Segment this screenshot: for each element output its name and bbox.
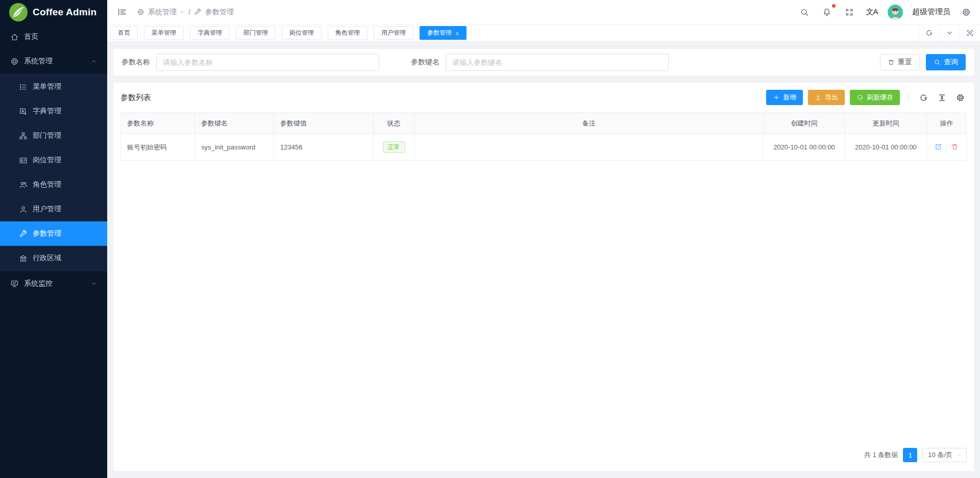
sidebar-item-label: 部门管理 <box>33 131 61 140</box>
bell-icon <box>822 8 831 17</box>
chevron-down-icon <box>946 29 953 37</box>
plus-icon <box>773 94 780 101</box>
refresh-table-button[interactable] <box>917 91 930 104</box>
param-name-input[interactable] <box>156 54 379 71</box>
column-settings-button[interactable] <box>953 91 967 104</box>
sidebar-item-region[interactable]: 行政区域 <box>0 246 107 270</box>
collapse-sidebar-button[interactable] <box>115 6 129 19</box>
main-area: 系统管理 / 参数管理 文A <box>107 0 980 478</box>
sidebar-item-system-mgmt[interactable]: 系统管理 <box>0 49 107 73</box>
tab-dict-mgmt[interactable]: 字典管理 <box>190 26 230 40</box>
tab-label: 参数管理 <box>427 29 452 37</box>
app-root: Coffee Admin 首页 系统管理 菜单管理 字典管理 <box>0 0 980 478</box>
wrench-icon <box>19 230 28 238</box>
col-updated: 更新时间 <box>845 113 927 134</box>
sidebar-item-dept-mgmt[interactable]: 部门管理 <box>0 123 107 148</box>
tabs: 首页 菜单管理 字典管理 部门管理 岗位管理 角色管理 用户管理 参数管理 x <box>107 24 919 41</box>
col-param-value: 参数键值 <box>274 113 374 134</box>
tab-dept-mgmt[interactable]: 部门管理 <box>236 26 276 40</box>
sidebar-item-system-monitor[interactable]: 系统监控 <box>0 271 107 296</box>
query-button[interactable]: 查询 <box>926 54 966 70</box>
refresh-cache-button[interactable]: 刷新缓存 <box>850 90 900 105</box>
sidebar-item-menu-mgmt[interactable]: 菜单管理 <box>0 74 107 99</box>
sidebar-item-label: 角色管理 <box>33 180 61 189</box>
settings-button[interactable] <box>960 6 973 19</box>
tab-options-button[interactable] <box>939 24 960 41</box>
maximize-content-button[interactable] <box>960 24 980 41</box>
app-title: Coffee Admin <box>33 7 96 18</box>
breadcrumb-separator: / <box>188 8 190 16</box>
translate-button[interactable]: 文A <box>865 6 878 19</box>
breadcrumb-system-mgmt[interactable]: 系统管理 <box>148 8 185 17</box>
col-remark: 备注 <box>414 113 764 134</box>
gear-icon <box>956 93 965 102</box>
chevron-down-icon <box>91 281 97 287</box>
col-actions: 操作 <box>927 113 967 134</box>
fullscreen-button[interactable] <box>843 6 856 19</box>
breadcrumb: 系统管理 / 参数管理 <box>137 8 234 17</box>
reset-button[interactable]: 重置 <box>880 54 920 70</box>
reset-label: 重置 <box>898 58 912 67</box>
sidebar-item-param-mgmt[interactable]: 参数管理 <box>0 221 107 246</box>
pagination-total: 共 1 条数据 <box>864 450 898 460</box>
edit-icon <box>935 143 942 150</box>
notifications-button[interactable] <box>820 6 834 19</box>
query-label: 查询 <box>944 58 958 67</box>
tabbar-tools <box>919 24 980 41</box>
avatar[interactable] <box>888 5 903 20</box>
translate-icon: 文A <box>866 7 877 17</box>
add-label: 新增 <box>783 93 796 102</box>
search-form-card: 参数名称 参数键名 重置 查询 <box>113 49 974 76</box>
top-header: 系统管理 / 参数管理 文A <box>107 0 980 24</box>
chevron-down-icon <box>179 9 185 15</box>
col-param-name: 参数名称 <box>121 113 195 134</box>
sidebar-item-label: 系统管理 <box>24 57 53 66</box>
sidebar-item-dict-mgmt[interactable]: 字典管理 <box>0 99 107 123</box>
user-icon <box>19 205 28 214</box>
trash-icon <box>951 143 959 150</box>
cell-param-key: sys_init_password <box>195 134 274 161</box>
tab-label: 角色管理 <box>335 29 360 37</box>
page-1-button[interactable]: 1 <box>903 448 917 462</box>
tab-label: 菜单管理 <box>152 29 176 37</box>
tab-post-mgmt[interactable]: 岗位管理 <box>282 26 322 40</box>
row-density-button[interactable] <box>935 91 948 104</box>
card-title: 参数列表 <box>120 93 151 103</box>
sidebar-item-label: 首页 <box>24 32 38 41</box>
home-icon <box>10 33 19 41</box>
notification-dot <box>832 4 836 8</box>
sidebar-item-home[interactable]: 首页 <box>0 24 107 49</box>
export-button[interactable]: 导出 <box>808 90 845 105</box>
search-button[interactable] <box>798 6 811 19</box>
tab-close-icon[interactable]: x <box>456 30 459 36</box>
param-key-input[interactable] <box>446 54 669 71</box>
edit-row-button[interactable] <box>935 143 942 152</box>
gear-icon <box>10 57 19 66</box>
monitor-icon <box>10 280 19 288</box>
sidebar-item-label: 系统监控 <box>24 279 53 288</box>
col-created: 创建时间 <box>764 113 845 134</box>
sidebar-item-user-mgmt[interactable]: 用户管理 <box>0 197 107 221</box>
tab-role-mgmt[interactable]: 角色管理 <box>328 26 368 40</box>
param-list-card: 参数列表 新增 导出 刷新缓存 <box>113 83 974 471</box>
page-size-value: 10 条/页 <box>928 450 952 460</box>
tab-home[interactable]: 首页 <box>110 26 138 40</box>
add-button[interactable]: 新增 <box>766 90 803 105</box>
sidebar-item-post-mgmt[interactable]: 岗位管理 <box>0 148 107 172</box>
refresh-tab-button[interactable] <box>919 24 939 41</box>
cell-remark <box>414 134 764 161</box>
tab-menu-mgmt[interactable]: 菜单管理 <box>144 26 184 40</box>
sidebar-item-label: 字典管理 <box>33 107 61 116</box>
col-param-key: 参数键名 <box>195 113 274 134</box>
menu-fold-icon <box>117 7 127 17</box>
tab-param-mgmt[interactable]: 参数管理 x <box>420 26 467 40</box>
dictionary-icon <box>19 107 28 116</box>
pagination: 共 1 条数据 1 10 条/页 <box>120 442 967 471</box>
sidebar-item-role-mgmt[interactable]: 角色管理 <box>0 172 107 197</box>
page-size-select[interactable]: 10 条/页 <box>922 448 967 462</box>
tab-user-mgmt[interactable]: 用户管理 <box>374 26 413 40</box>
roles-icon <box>19 181 28 189</box>
user-name[interactable]: 超级管理员 <box>912 7 950 17</box>
tab-label: 字典管理 <box>198 29 222 37</box>
delete-row-button[interactable] <box>951 143 959 152</box>
